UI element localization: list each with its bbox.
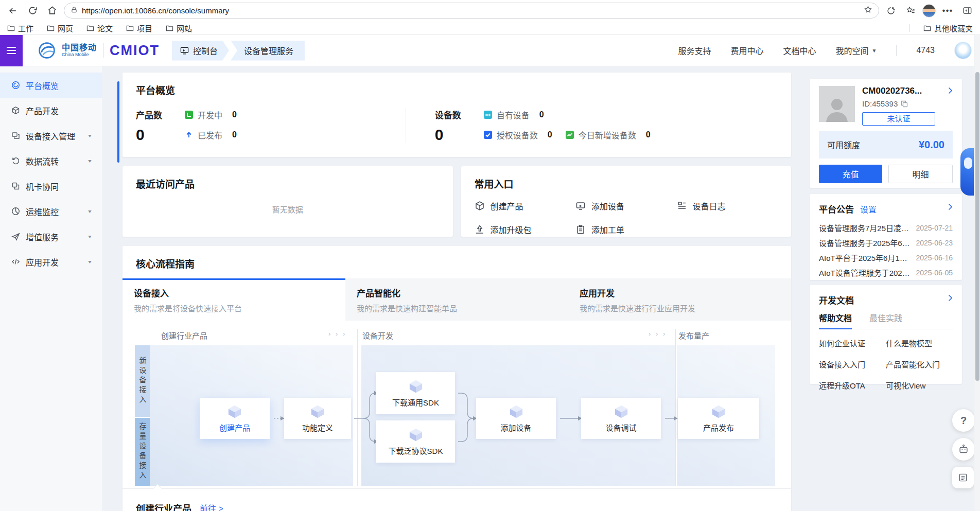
- flow-step-download-protocol-sdk[interactable]: 下载泛协议SDK: [376, 420, 455, 463]
- feedback-button[interactable]: [952, 467, 974, 488]
- menu-button[interactable]: [0, 35, 23, 66]
- address-bar[interactable]: https://open.iot.10086.cn/console/summar…: [64, 3, 879, 19]
- flow-step-create-product[interactable]: 创建产品: [200, 398, 270, 439]
- sidebar-item-platform-overview[interactable]: 平台概览: [0, 73, 102, 98]
- nav-billing-center[interactable]: 费用中心: [730, 44, 763, 57]
- bookmark-folder[interactable]: 网站: [166, 23, 192, 33]
- guide-tab-product-intelligence[interactable]: 产品智能化 我的需求是快速构建智能单品: [345, 278, 568, 321]
- upgrade-package-icon: [475, 224, 485, 235]
- announcement-item[interactable]: AIoT平台于2025年6月19日晚升级通知 2025-06-16: [819, 250, 953, 265]
- sidebar-item-device-access[interactable]: 设备接入管理 ▼: [0, 123, 102, 148]
- guide-tab-app-development[interactable]: 应用开发 我的需求是快速进行行业应用开发: [568, 278, 791, 321]
- back-icon[interactable]: [5, 3, 21, 19]
- device-count-value: 0: [435, 127, 461, 143]
- help-button[interactable]: ?: [952, 409, 975, 432]
- shortcut-add-upgrade-package[interactable]: 添加升级包: [475, 223, 576, 236]
- credits-count[interactable]: 4743: [916, 46, 935, 55]
- doc-link[interactable]: 可视化View: [886, 380, 953, 391]
- sidebar-item-app-development[interactable]: 应用开发 ▼: [0, 249, 102, 274]
- sidebar-item-sim-collaboration[interactable]: 机卡协同: [0, 173, 102, 199]
- unverified-badge[interactable]: 未认证: [862, 112, 935, 126]
- sim-card-icon: [11, 182, 20, 190]
- more-menu-icon[interactable]: •••: [940, 3, 955, 19]
- announcement-settings-link[interactable]: 设置: [860, 203, 877, 215]
- flow-step-download-generic-sdk[interactable]: 下载通用SDK: [376, 372, 455, 414]
- docs-tab-help[interactable]: 帮助文档: [819, 311, 852, 329]
- bookmark-folder[interactable]: 工作: [7, 23, 33, 33]
- shortcut-add-work-order[interactable]: 添加工单: [575, 223, 677, 236]
- step-label: 功能定义: [302, 422, 333, 433]
- page-scrollbar[interactable]: [974, 35, 980, 511]
- product-icon: [11, 106, 20, 115]
- published-count: 0: [232, 130, 237, 139]
- guide-tab-device-access[interactable]: 设备接入 我的需求是将设备快速接入平台: [122, 278, 345, 321]
- guide-title: 核心流程指南: [122, 256, 791, 270]
- feedback-icon: [958, 472, 968, 483]
- code-icon: [11, 257, 20, 266]
- copy-icon[interactable]: [901, 100, 908, 108]
- url-text[interactable]: https://open.iot.10086.cn/console/summar…: [82, 6, 229, 15]
- flow-step-function-definition[interactable]: 功能定义: [284, 398, 351, 439]
- sidebar-toggle-icon[interactable]: [959, 3, 975, 19]
- cmiot-wordmark: CMIOT: [110, 43, 160, 59]
- flow-step-device-debug[interactable]: 设备调试: [581, 398, 661, 439]
- recharge-button[interactable]: 充值: [819, 165, 882, 183]
- shortcut-create-product[interactable]: 创建产品: [475, 200, 576, 212]
- shortcut-device-log[interactable]: 设备日志: [677, 200, 778, 212]
- other-bookmarks[interactable]: 其他收藏夹: [923, 23, 973, 33]
- scrollbar-thumb[interactable]: [975, 72, 979, 381]
- hamburger-icon: [7, 45, 16, 56]
- folder-icon: [86, 24, 94, 32]
- sidebar-item-data-flow[interactable]: 数据流转 ▼: [0, 148, 102, 173]
- bookmark-folder[interactable]: 论文: [86, 23, 113, 33]
- browser-avatar[interactable]: [922, 4, 936, 17]
- tab-device-management-service[interactable]: 设备管理服务: [231, 41, 305, 61]
- bookmark-star-icon[interactable]: [864, 5, 872, 16]
- chevron-right-icon[interactable]: [948, 294, 953, 302]
- device-count-label: 设备数: [435, 108, 461, 121]
- bookmarks-bar: 工作 网页 论文 项目 网站 其他收藏夹: [0, 21, 980, 35]
- docs-tab-best-practice[interactable]: 最佳实践: [869, 311, 902, 329]
- reload-icon[interactable]: [25, 3, 40, 19]
- doc-link[interactable]: 如何企业认证: [819, 338, 886, 348]
- favorites-bar-icon[interactable]: [903, 3, 918, 19]
- content-scrollbar-thumb[interactable]: [117, 81, 119, 163]
- go-to-link[interactable]: 前往 >: [200, 502, 223, 511]
- announcement-item[interactable]: 设备管理服务于2025年6月26日晚升... 2025-06-23: [819, 235, 953, 250]
- doc-link[interactable]: 产品智能化入门: [886, 359, 953, 369]
- nav-docs-center[interactable]: 文档中心: [783, 44, 816, 57]
- flow-step-product-publish[interactable]: 产品发布: [678, 398, 759, 439]
- chevron-right-icon[interactable]: [948, 87, 953, 94]
- bookmark-label: 项目: [137, 23, 152, 33]
- account-name: CM00202736...: [862, 86, 953, 96]
- bookmark-folder[interactable]: 网页: [47, 23, 73, 33]
- nav-my-space[interactable]: 我的空间▼: [835, 44, 877, 57]
- doc-link[interactable]: 设备接入入门: [819, 359, 886, 369]
- extension-icon[interactable]: [883, 3, 899, 19]
- bookmark-label: 网站: [177, 23, 192, 33]
- announcement-item[interactable]: AIoT设备管理服务于2025年6月5日... 2025-06-05: [819, 265, 953, 280]
- authorized-device-icon: [484, 131, 492, 139]
- paper-plane-icon: [11, 232, 20, 241]
- announcements-card: 平台公告 设置 设备管理服务7月25日凌晨升级通知 2025-07-21: [810, 194, 962, 280]
- tab-console[interactable]: 控制台: [172, 41, 229, 61]
- bookmark-folder[interactable]: 项目: [126, 23, 152, 33]
- home-icon[interactable]: [44, 3, 60, 19]
- nav-service-support[interactable]: 服务支持: [678, 44, 711, 57]
- sdk-cube-icon: [408, 428, 424, 442]
- announcement-item[interactable]: 设备管理服务7月25日凌晨升级通知 2025-07-21: [819, 220, 953, 235]
- sidebar-item-product-development[interactable]: 产品开发: [0, 98, 102, 123]
- core-process-guide-card: 核心流程指南 设备接入 我的需求是将设备快速接入平台 产品智能化 我的需求是快速…: [122, 246, 791, 511]
- chevron-right-icon[interactable]: [948, 203, 953, 210]
- console-tab-label: 控制台: [193, 44, 218, 57]
- doc-link[interactable]: 远程升级OTA: [819, 380, 886, 391]
- user-avatar[interactable]: [954, 42, 972, 59]
- sidebar-item-value-added-services[interactable]: 增值服务 ▼: [0, 224, 102, 249]
- shortcut-add-device[interactable]: 添加设备: [575, 200, 677, 212]
- sidebar: 平台概览 产品开发 设备接入管理 ▼ 数据流转 ▼ 机卡协同: [0, 66, 102, 511]
- doc-link[interactable]: 什么是物模型: [886, 338, 953, 348]
- detail-button[interactable]: 明细: [888, 165, 953, 183]
- sidebar-item-ops-monitoring[interactable]: 运维监控 ▼: [0, 199, 102, 224]
- assistant-button[interactable]: [952, 438, 975, 461]
- flow-step-add-device[interactable]: 添加设备: [476, 398, 556, 439]
